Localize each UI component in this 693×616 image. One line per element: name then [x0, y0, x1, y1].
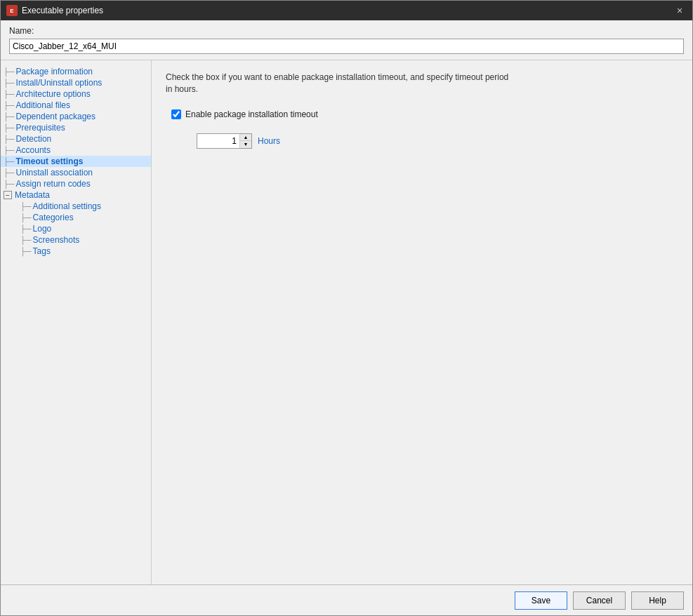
- sidebar-item-additional-files[interactable]: ├─ Additional files: [1, 100, 151, 111]
- executable-properties-dialog: E Executable properties × Name: ├─ Packa…: [0, 0, 693, 616]
- help-button[interactable]: Help: [631, 591, 684, 610]
- sidebar-item-label: Additional files: [16, 100, 70, 110]
- sidebar-item-tags[interactable]: ├─ Tags: [1, 246, 151, 257]
- sidebar-item-categories[interactable]: ├─ Categories: [1, 212, 151, 223]
- sidebar-item-label: Metadata: [15, 190, 50, 200]
- main-content: ├─ Package information ├─ Install/Uninst…: [1, 60, 692, 584]
- sidebar-item-label: Logo: [33, 224, 52, 234]
- sidebar-item-package-information[interactable]: ├─ Package information: [1, 66, 151, 77]
- sidebar-item-install-uninstall[interactable]: ├─ Install/Uninstall options: [1, 77, 151, 88]
- hours-row: ▲ ▼ Hours: [197, 133, 678, 149]
- spinner-container: ▲ ▼: [197, 133, 252, 149]
- dialog-title: Executable properties: [22, 6, 103, 15]
- sidebar-item-screenshots[interactable]: ├─ Screenshots: [1, 234, 151, 246]
- sidebar-item-label: Architecture options: [16, 89, 91, 99]
- cancel-button[interactable]: Cancel: [573, 591, 626, 610]
- enable-timeout-row: Enable package installation timeout: [171, 109, 678, 119]
- sidebar-item-architecture-options[interactable]: ├─ Architecture options: [1, 88, 151, 100]
- sidebar-item-label: Assign return codes: [16, 179, 91, 189]
- sidebar-item-label: Categories: [33, 213, 74, 222]
- sidebar-item-label: Detection: [16, 134, 52, 144]
- sidebar-item-uninstall-association[interactable]: ├─ Uninstall association: [1, 167, 151, 178]
- sidebar-item-accounts[interactable]: ├─ Accounts: [1, 145, 151, 156]
- sidebar-item-detection[interactable]: ├─ Detection: [1, 133, 151, 145]
- sidebar-item-label: Accounts: [16, 145, 51, 155]
- sidebar-item-timeout-settings[interactable]: ├─ Timeout settings: [1, 156, 151, 167]
- collapse-icon[interactable]: −: [4, 191, 12, 199]
- sidebar-item-assign-return-codes[interactable]: ├─ Assign return codes: [1, 178, 151, 189]
- sidebar-item-label: Prerequisites: [16, 123, 65, 133]
- spin-down-button[interactable]: ▼: [240, 141, 251, 148]
- sidebar-item-label: Dependent packages: [16, 112, 95, 121]
- sidebar-item-label: Tags: [33, 246, 51, 256]
- sidebar-item-label: Uninstall association: [16, 168, 93, 178]
- sidebar-item-label: Additional settings: [33, 201, 101, 211]
- hours-label: Hours: [258, 136, 280, 146]
- sidebar-item-metadata[interactable]: − Metadata: [1, 189, 151, 201]
- name-input[interactable]: [9, 39, 684, 54]
- sidebar-item-additional-settings[interactable]: ├─ Additional settings: [1, 201, 151, 212]
- timeout-hours-input[interactable]: [197, 134, 239, 148]
- sidebar-item-label: Install/Uninstall options: [16, 78, 103, 88]
- sidebar: ├─ Package information ├─ Install/Uninst…: [1, 60, 152, 584]
- sidebar-item-label: Package information: [16, 67, 93, 76]
- spin-up-button[interactable]: ▲: [240, 134, 251, 141]
- content-panel: Check the box if you want to enable pack…: [152, 60, 692, 584]
- enable-timeout-label[interactable]: Enable package installation timeout: [185, 109, 318, 119]
- sidebar-item-label: Timeout settings: [16, 156, 84, 166]
- svg-text:E: E: [10, 8, 14, 14]
- title-bar: E Executable properties ×: [1, 1, 692, 20]
- app-icon: E: [6, 5, 18, 16]
- name-label: Name:: [9, 26, 684, 36]
- description-text: Check the box if you want to enable pack…: [166, 72, 517, 95]
- spinner-buttons: ▲ ▼: [239, 134, 251, 148]
- name-section: Name:: [1, 20, 692, 60]
- bottom-bar: Save Cancel Help: [1, 584, 692, 615]
- sidebar-item-prerequisites[interactable]: ├─ Prerequisites: [1, 122, 151, 133]
- save-button[interactable]: Save: [515, 591, 567, 610]
- sidebar-item-label: Screenshots: [33, 235, 80, 245]
- sidebar-item-logo[interactable]: ├─ Logo: [1, 223, 151, 234]
- enable-timeout-checkbox[interactable]: [171, 109, 181, 119]
- close-button[interactable]: ×: [673, 4, 687, 18]
- sidebar-item-dependent-packages[interactable]: ├─ Dependent packages: [1, 111, 151, 122]
